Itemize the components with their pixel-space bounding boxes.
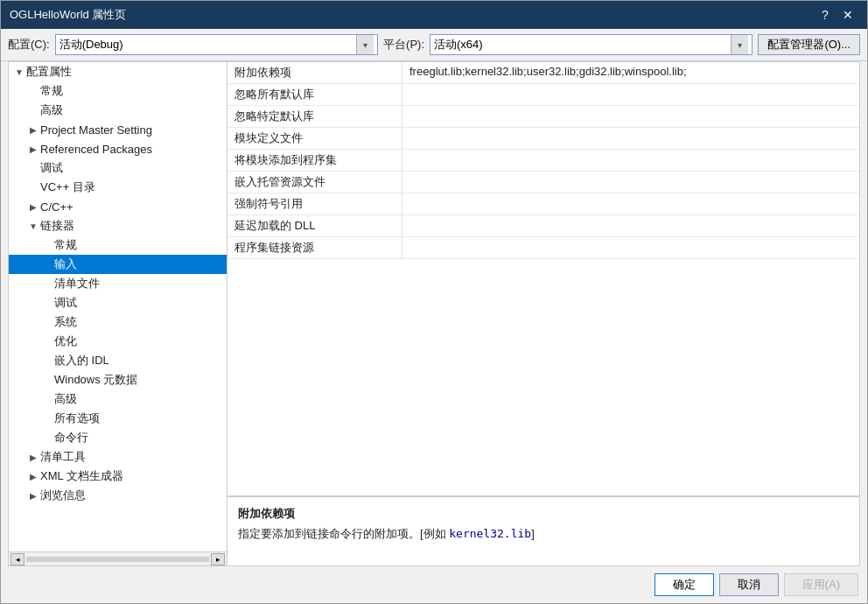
- props-table: 附加依赖项freeglut.lib;kernel32.lib;user32.li…: [228, 62, 859, 495]
- ok-button[interactable]: 确定: [654, 573, 714, 596]
- tree-item-changgui[interactable]: 常规: [9, 81, 227, 101]
- tree-expand-icon[interactable]: ▶: [26, 200, 40, 214]
- apply-button[interactable]: 应用(A): [784, 573, 858, 596]
- tree-item-xmldoc[interactable]: ▶XML 文档生成器: [9, 467, 227, 486]
- tree-item-cplusplus[interactable]: ▶C/C++: [9, 197, 227, 216]
- tree-item-label: 配置属性: [26, 64, 72, 80]
- tree-expand-icon[interactable]: ▼: [26, 219, 40, 233]
- tree-item-tiaoshi[interactable]: 调试: [9, 158, 227, 178]
- props-row[interactable]: 将模块添加到程序集: [228, 150, 859, 172]
- tree-item-label: VC++ 目录: [40, 179, 95, 195]
- config-combo-value: 活动(Debug): [60, 37, 356, 53]
- props-value: [402, 193, 859, 214]
- props-value: freeglut.lib;kernel32.lib;user32.lib;gdi…: [402, 62, 859, 83]
- window-title: OGLHelloWorld 属性页: [10, 7, 126, 23]
- tree-item-lj-windows[interactable]: Windows 元数据: [9, 370, 227, 390]
- tree-expand-icon: [40, 431, 54, 445]
- tree-item-lj-qianruidl[interactable]: 嵌入的 IDL: [9, 351, 227, 370]
- tree-item-label: XML 文档生成器: [40, 468, 123, 484]
- config-combo[interactable]: 活动(Debug) ▾: [55, 34, 378, 55]
- props-value: [402, 215, 859, 236]
- platform-combo[interactable]: 活动(x64) ▾: [430, 34, 752, 55]
- tree-item-lj-shuru[interactable]: 输入: [9, 255, 227, 274]
- props-row[interactable]: 忽略所有默认库: [228, 84, 859, 106]
- config-combo-arrow: ▾: [356, 35, 374, 54]
- tree-expand-icon: [40, 257, 54, 271]
- title-bar-controls: ? ✕: [815, 5, 858, 25]
- tree-item-liulaninfo[interactable]: ▶浏览信息: [9, 486, 227, 505]
- tree-item-lj-qingdan[interactable]: 清单文件: [9, 274, 227, 293]
- tree-item-peizhishuxing[interactable]: ▼配置属性: [9, 62, 227, 81]
- props-key: 强制符号引用: [228, 193, 402, 214]
- tree-expand-icon[interactable]: ▶: [26, 450, 40, 464]
- tree-item-lj-suoyou[interactable]: 所有选项: [9, 409, 227, 428]
- tree-container[interactable]: ▼配置属性常规高级▶Project Master Setting▶Referen…: [9, 62, 227, 551]
- tree-expand-icon[interactable]: ▶: [26, 123, 40, 137]
- props-row[interactable]: 附加依赖项freeglut.lib;kernel32.lib;user32.li…: [228, 62, 859, 84]
- tree-item-label: 浏览信息: [40, 488, 86, 503]
- tree-expand-icon: [26, 103, 40, 117]
- tree-item-gaoji[interactable]: 高级: [9, 101, 227, 120]
- tree-item-lj-tiaoshi[interactable]: 调试: [9, 293, 227, 313]
- right-panel: 附加依赖项freeglut.lib;kernel32.lib;user32.li…: [228, 62, 859, 565]
- tree-item-lj-changgui[interactable]: 常规: [9, 235, 227, 255]
- tree-expand-icon[interactable]: ▼: [12, 65, 26, 79]
- platform-combo-arrow: ▾: [731, 35, 748, 54]
- tree-expand-icon: [40, 334, 54, 348]
- close-button[interactable]: ✕: [837, 5, 858, 25]
- tree-expand-icon: [40, 411, 54, 425]
- props-value: [402, 172, 859, 193]
- tree-item-referencedpkg[interactable]: ▶Referenced Packages: [9, 139, 227, 158]
- props-row[interactable]: 程序集链接资源: [228, 237, 859, 259]
- tree-item-label: 链接器: [40, 218, 74, 234]
- help-button[interactable]: ?: [815, 5, 836, 25]
- desc-panel: 附加依赖项 指定要添加到链接命令行的附加项。[例如 kernel32.lib]: [228, 495, 859, 565]
- props-row[interactable]: 嵌入托管资源文件: [228, 172, 859, 193]
- props-row[interactable]: 模块定义文件: [228, 128, 859, 150]
- scroll-left-btn[interactable]: ◂: [10, 553, 24, 565]
- tree-item-label: Windows 元数据: [54, 372, 137, 388]
- desc-title: 附加依赖项: [238, 506, 849, 522]
- props-key: 嵌入托管资源文件: [228, 172, 402, 193]
- title-bar-left: OGLHelloWorld 属性页: [10, 7, 126, 23]
- tree-item-lj-gaoji[interactable]: 高级: [9, 390, 227, 409]
- tree-expand-icon: [26, 161, 40, 175]
- tree-item-lianjieqi[interactable]: ▼链接器: [9, 216, 227, 235]
- config-manager-button[interactable]: 配置管理器(O)...: [758, 34, 860, 55]
- props-key: 模块定义文件: [228, 128, 402, 149]
- tree-expand-icon[interactable]: ▶: [26, 142, 40, 156]
- props-row[interactable]: 忽略特定默认库: [228, 106, 859, 128]
- props-value: [402, 84, 859, 105]
- tree-item-label: 高级: [40, 102, 63, 118]
- tree-item-lj-mingling[interactable]: 命令行: [9, 428, 227, 447]
- tree-item-label: 系统: [54, 314, 77, 330]
- platform-combo-value: 活动(x64): [434, 37, 731, 53]
- scrollbar-track: [26, 557, 209, 562]
- scroll-right-btn[interactable]: ▸: [211, 553, 225, 565]
- cancel-button[interactable]: 取消: [719, 573, 779, 596]
- tree-expand-icon: [40, 315, 54, 329]
- tree-item-vcpp[interactable]: VC++ 目录: [9, 178, 227, 197]
- tree-expand-icon[interactable]: ▶: [26, 469, 40, 483]
- props-value: [402, 128, 859, 149]
- tree-item-qingdantools[interactable]: ▶清单工具: [9, 447, 227, 467]
- props-key: 忽略所有默认库: [228, 84, 402, 105]
- tree-item-label: C/C++: [40, 200, 74, 214]
- main-content: ▼配置属性常规高级▶Project Master Setting▶Referen…: [8, 61, 860, 566]
- left-panel: ▼配置属性常规高级▶Project Master Setting▶Referen…: [9, 62, 228, 565]
- tree-item-label: Project Master Setting: [40, 123, 152, 137]
- props-row[interactable]: 延迟加载的 DLL: [228, 215, 859, 237]
- props-row[interactable]: 强制符号引用: [228, 193, 859, 215]
- tree-expand-icon[interactable]: ▶: [26, 488, 40, 502]
- tree-item-projectmaster[interactable]: ▶Project Master Setting: [9, 120, 227, 139]
- title-bar: OGLHelloWorld 属性页 ? ✕: [1, 1, 867, 29]
- props-key: 忽略特定默认库: [228, 106, 402, 127]
- h-scrollbar[interactable]: ◂ ▸: [9, 551, 227, 565]
- dialog: OGLHelloWorld 属性页 ? ✕ 配置(C): 活动(Debug) ▾…: [0, 0, 868, 604]
- tree-item-lj-xitong[interactable]: 系统: [9, 313, 227, 332]
- tree-item-lj-youhua[interactable]: 优化: [9, 332, 227, 351]
- tree-expand-icon: [40, 238, 54, 252]
- tree-item-label: 常规: [54, 237, 77, 253]
- tree-item-label: 优化: [54, 334, 77, 349]
- tree-item-label: 清单工具: [40, 449, 86, 465]
